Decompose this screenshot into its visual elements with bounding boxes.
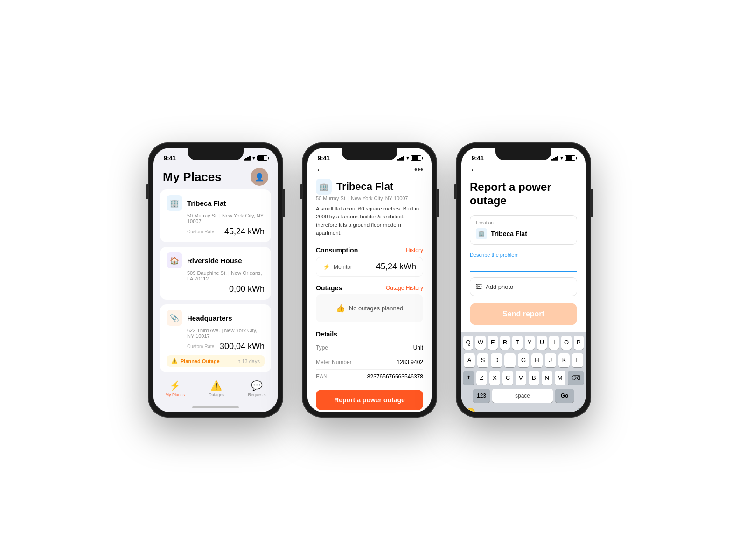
location-field[interactable]: Location 🏢 Tribeca Flat bbox=[470, 215, 577, 245]
space-key[interactable]: space bbox=[492, 389, 553, 403]
key-Q[interactable]: Q bbox=[463, 336, 473, 350]
key-S[interactable]: S bbox=[477, 353, 488, 367]
tribeca-subtitle: 50 Murray St. | New York City, NY 10007 bbox=[316, 196, 423, 201]
key-R[interactable]: R bbox=[500, 336, 510, 350]
outage-badge-label: Planned Outage bbox=[181, 358, 220, 364]
keyboard-extras: 😊 🎤 bbox=[463, 406, 584, 412]
battery-icon-3 bbox=[565, 155, 575, 161]
detail-label-meter: Meter Number bbox=[316, 359, 352, 365]
place-card-riverside[interactable]: 🏠 Riverside House 509 Dauphine St. | New… bbox=[160, 247, 271, 300]
status-icons-2: ▾ bbox=[397, 155, 421, 161]
detail-value-ean: 823765676563546378 bbox=[367, 373, 423, 380]
key-L[interactable]: L bbox=[572, 353, 583, 367]
keyboard-row-bottom: 123 space Go bbox=[463, 389, 584, 403]
nav-outages[interactable]: ⚠️ Outages bbox=[209, 380, 224, 397]
nav-icon-places: ⚡ bbox=[169, 380, 181, 391]
outage-history-link[interactable]: Outage History bbox=[386, 285, 423, 291]
details-section: Type Unit Meter Number 1283 9402 EAN 823… bbox=[307, 341, 432, 384]
signal-icon-3 bbox=[551, 156, 558, 161]
key-A[interactable]: A bbox=[464, 353, 475, 367]
details-section-header: Details bbox=[307, 326, 432, 341]
my-places-title: My Places bbox=[163, 170, 222, 184]
place-icon-hq: 📎 bbox=[167, 310, 182, 326]
keyboard: Q W E R T Y U I O P A S bbox=[461, 332, 586, 412]
report-content: ← Report a power outage Location 🏢 Tribe… bbox=[461, 163, 586, 412]
nav-label-places: My Places bbox=[165, 392, 185, 397]
back-button-2[interactable]: ← bbox=[316, 165, 324, 175]
key-K[interactable]: K bbox=[558, 353, 570, 367]
back-button-3[interactable]: ← bbox=[470, 165, 478, 175]
key-V[interactable]: V bbox=[516, 371, 526, 385]
describe-input[interactable] bbox=[470, 259, 577, 269]
outage-badge-hq: ⚠️ Planned Outage in 13 days bbox=[167, 355, 265, 367]
key-O[interactable]: O bbox=[561, 336, 571, 350]
no-outages-card: 👍 No outages planned bbox=[316, 294, 423, 322]
shift-key[interactable]: ⬆ bbox=[463, 371, 474, 385]
key-D[interactable]: D bbox=[491, 353, 502, 367]
key-Z[interactable]: Z bbox=[476, 371, 487, 385]
location-label: Location bbox=[476, 220, 571, 225]
key-H[interactable]: H bbox=[531, 353, 543, 367]
signal-icon-1 bbox=[244, 156, 251, 161]
nav-icon-outages: ⚠️ bbox=[210, 380, 222, 391]
send-report-button[interactable]: Send report bbox=[470, 303, 577, 325]
nav-requests[interactable]: 💬 Requests bbox=[248, 380, 266, 397]
home-indicator-1 bbox=[153, 403, 278, 412]
notch-1 bbox=[188, 148, 244, 160]
status-icons-3: ▾ bbox=[551, 155, 575, 161]
place-icon-tribeca: 🏢 bbox=[167, 195, 182, 211]
key-F[interactable]: F bbox=[504, 353, 516, 367]
describe-field[interactable]: Describe the problem bbox=[470, 250, 577, 272]
key-C[interactable]: C bbox=[502, 371, 513, 385]
num-key[interactable]: 123 bbox=[473, 389, 490, 403]
key-G[interactable]: G bbox=[518, 353, 529, 367]
key-T[interactable]: T bbox=[512, 336, 522, 350]
outages-title: Outages bbox=[316, 284, 342, 292]
key-X[interactable]: X bbox=[489, 371, 500, 385]
place-name-riverside: Riverside House bbox=[187, 257, 242, 265]
more-button-2[interactable]: ••• bbox=[414, 165, 423, 175]
thumbs-up-icon: 👍 bbox=[336, 304, 345, 313]
delete-key[interactable]: ⌫ bbox=[568, 371, 584, 385]
key-I[interactable]: I bbox=[549, 336, 559, 350]
detail-row-type: Type Unit bbox=[316, 341, 423, 355]
location-value-text: Tribeca Flat bbox=[491, 230, 527, 238]
avatar[interactable]: 👤 bbox=[251, 168, 268, 186]
place-rate-hq: Custom Rate bbox=[187, 344, 214, 349]
key-Y[interactable]: Y bbox=[525, 336, 535, 350]
detail-value-meter: 1283 9402 bbox=[397, 359, 423, 365]
phone-2-screen: 9:41 ▾ ← ••• bbox=[307, 148, 432, 412]
add-photo-button[interactable]: 🖼 Add photo bbox=[470, 277, 577, 296]
detail-row-ean: EAN 823765676563546378 bbox=[316, 370, 423, 384]
phone-3-screen: 9:41 ▾ ← Report a power bbox=[461, 148, 586, 412]
consumption-section-header: Consumption History bbox=[307, 242, 432, 257]
places-list: 🏢 Tribeca Flat 50 Murray St. | New York … bbox=[153, 189, 278, 376]
nav-label-outages: Outages bbox=[209, 392, 224, 397]
status-time-2: 9:41 bbox=[318, 154, 330, 161]
mic-key[interactable]: 🎤 bbox=[572, 408, 582, 412]
my-places-header: My Places 👤 bbox=[153, 163, 278, 189]
add-photo-label: Add photo bbox=[486, 283, 513, 290]
phone-2: 9:41 ▾ ← ••• bbox=[302, 142, 437, 418]
key-E[interactable]: E bbox=[488, 336, 498, 350]
lightning-icon: ⚡ bbox=[323, 264, 330, 270]
place-card-tribeca[interactable]: 🏢 Tribeca Flat 50 Murray St. | New York … bbox=[160, 189, 271, 242]
place-name-hq: Headquarters bbox=[187, 314, 232, 322]
emoji-key[interactable]: 😊 bbox=[465, 407, 475, 412]
key-J[interactable]: J bbox=[545, 353, 556, 367]
key-W[interactable]: W bbox=[475, 336, 485, 350]
report-title: Report a power outage bbox=[470, 181, 551, 207]
key-B[interactable]: B bbox=[529, 371, 539, 385]
detail-value-type: Unit bbox=[413, 344, 423, 351]
key-U[interactable]: U bbox=[537, 336, 547, 350]
nav-my-places[interactable]: ⚡ My Places bbox=[165, 380, 185, 397]
p3-nav: ← bbox=[461, 163, 586, 179]
go-key[interactable]: Go bbox=[555, 389, 574, 403]
report-outage-button[interactable]: Report a power outage bbox=[316, 390, 423, 410]
history-link[interactable]: History bbox=[406, 247, 423, 253]
key-M[interactable]: M bbox=[555, 371, 565, 385]
key-P[interactable]: P bbox=[574, 336, 584, 350]
place-kwh-hq: 300,04 kWh bbox=[220, 342, 265, 351]
place-card-hq[interactable]: 📎 Headquarters 622 Third Ave. | New York… bbox=[160, 304, 271, 372]
key-N[interactable]: N bbox=[542, 371, 552, 385]
